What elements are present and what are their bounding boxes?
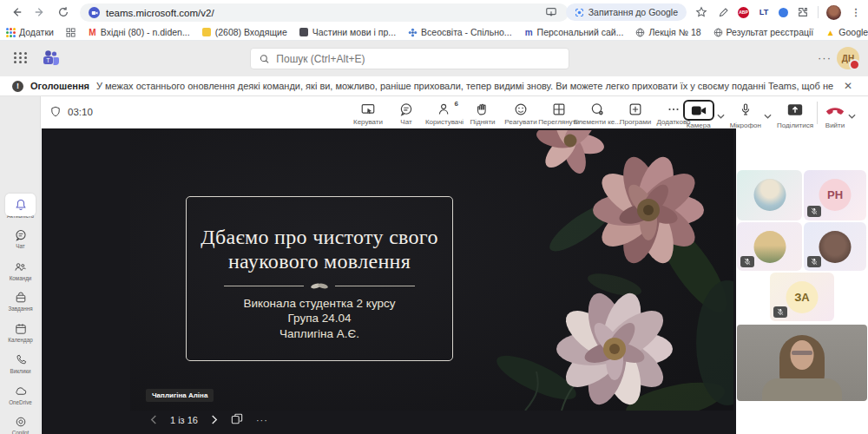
teams-header-more-icon[interactable]: ··· <box>818 51 832 64</box>
bookmark-grid-button[interactable] <box>60 28 82 37</box>
google-lens-icon <box>575 8 584 17</box>
bookmark-registration[interactable]: Результат реєстрації <box>707 27 820 37</box>
mic-muted-badge <box>807 206 821 217</box>
participant-tile[interactable]: РН <box>804 170 866 220</box>
bookmark-mail[interactable]: (2608) Входящие <box>196 27 293 37</box>
previous-slide-icon[interactable] <box>150 412 157 428</box>
apps-button[interactable]: Програми <box>616 98 654 126</box>
waffle-menu-icon[interactable] <box>14 52 28 63</box>
pencil-extension-icon[interactable] <box>716 5 730 19</box>
banner-close-icon[interactable]: ✕ <box>840 80 856 92</box>
send-to-device-icon[interactable] <box>544 5 558 19</box>
participants-button[interactable]: 6 Користувачі <box>425 98 464 126</box>
chat-bubble-icon <box>398 102 414 117</box>
globe-icon <box>635 28 645 37</box>
browser-menu-icon[interactable]: ⋮ <box>849 5 863 19</box>
private-view-icon[interactable] <box>231 412 243 428</box>
meeting-stage: Дбаємо про чистоту свого наукового мовле… <box>42 128 736 434</box>
adblock-extension-icon[interactable]: ABP <box>738 7 749 18</box>
m-blue-icon: m <box>524 28 534 37</box>
view-button[interactable]: Переглянути <box>540 98 578 126</box>
languagetool-extension-icon[interactable]: LT <box>757 5 771 19</box>
sidebar-item-teams[interactable]: Команди <box>0 260 41 281</box>
participant-tile[interactable]: ЗА <box>770 273 834 321</box>
manage-button[interactable]: Керувати <box>349 98 387 126</box>
bookmark-star-icon[interactable] <box>694 5 708 19</box>
participant-count-badge: 6 <box>455 100 458 108</box>
hang-up-icon <box>825 104 845 115</box>
share-button[interactable]: Поділитися <box>777 98 813 129</box>
sidebar-item-chat[interactable]: Чат <box>0 227 41 249</box>
url-text: teams.microsoft.com/v2/ <box>106 8 214 18</box>
teams-profile-avatar[interactable]: ДН <box>837 47 859 69</box>
blue-extension-icon[interactable] <box>779 8 788 17</box>
bookmark-classroom[interactable]: ▲Google Classroom:... <box>819 27 868 37</box>
google-search-pill[interactable]: Запитання до Google <box>566 3 687 21</box>
camera-button[interactable]: Камера <box>683 98 714 129</box>
slide-position: 1 із 16 <box>170 415 198 425</box>
megaphone-icon: ! <box>12 81 23 92</box>
bookmark-vseosvita[interactable]: Всеосвіта - Спільно... <box>402 27 518 37</box>
forward-icon[interactable] <box>33 5 47 19</box>
participant-photo-avatar <box>819 231 852 263</box>
sidebar-item-calls[interactable]: Виклики <box>0 352 41 374</box>
raise-hand-button[interactable]: Підняти <box>464 98 502 126</box>
address-bar[interactable]: teams.microsoft.com/v2/ <box>80 3 569 22</box>
blue-flower-icon <box>408 28 418 37</box>
globe-icon <box>713 28 723 37</box>
sidebar-item-onedrive[interactable]: OneDrive <box>0 384 41 405</box>
control-elements-button[interactable]: Елементи ке... <box>578 98 616 126</box>
back-icon[interactable] <box>10 5 23 19</box>
participant-tile[interactable] <box>737 222 802 271</box>
mic-muted-badge <box>807 256 821 267</box>
extensions-puzzle-icon[interactable] <box>796 5 810 19</box>
participant-tile[interactable] <box>804 222 866 271</box>
next-slide-icon[interactable] <box>211 412 218 428</box>
person-icon: 6 <box>437 102 452 117</box>
participant-initials-avatar: РН <box>819 179 852 211</box>
sidebar-item-copilot[interactable]: Copilot <box>0 414 41 434</box>
browser-profile-avatar[interactable] <box>826 5 841 20</box>
chat-button[interactable]: Чат <box>387 98 425 126</box>
participants-panel: РН ЗА <box>736 128 868 434</box>
ornament-divider <box>224 282 415 290</box>
glasses <box>792 351 812 355</box>
bookmark-gmail[interactable]: MВхідні (80) - n.diden... <box>82 27 196 37</box>
banner-text: У межах останнього оновлення деякі коман… <box>96 81 833 91</box>
teams-logo-icon: T <box>42 49 61 70</box>
react-button[interactable]: Реагувати <box>502 98 540 126</box>
sidebar-item-activity[interactable]: Активність <box>0 197 41 219</box>
leave-button[interactable]: Вийти <box>825 98 845 129</box>
mic-chevron-icon[interactable] <box>764 107 772 122</box>
bookmark-doc[interactable]: Частини мови і пр... <box>293 27 402 37</box>
participant-tile[interactable] <box>737 170 802 220</box>
shared-presentation-slide: Дбаємо про чистоту свого наукового мовле… <box>130 130 733 411</box>
device-controls: Камера Мікрофон Поділитися Вийти <box>683 98 861 129</box>
leaf-ornament-icon <box>309 282 330 290</box>
leave-chevron-icon[interactable] <box>848 107 856 122</box>
meeting-timer: 03:10 <box>49 105 93 118</box>
teams-search-box[interactable] <box>250 48 569 69</box>
camera-chevron-icon[interactable] <box>717 107 725 122</box>
bookmark-personal-site[interactable]: mПерсональний сай... <box>518 27 630 37</box>
webcam-video-tile[interactable] <box>737 325 867 401</box>
teams-search-input[interactable] <box>276 53 560 65</box>
refresh-icon[interactable] <box>56 5 70 19</box>
bell-icon <box>14 197 28 212</box>
mic-muted-badge <box>740 256 754 267</box>
gmail-icon: M <box>88 28 97 37</box>
mic-button[interactable]: Мікрофон <box>730 98 761 129</box>
bookmark-lecture[interactable]: Лекція № 18 <box>629 27 707 37</box>
announcement-banner: ! Оголошення У межах останнього оновленн… <box>0 76 868 96</box>
camera-icon <box>691 105 707 116</box>
presenter-name-tag: Чаплигіна Аліна <box>146 389 214 402</box>
chat-bubble-icon <box>14 227 28 242</box>
bookmark-apps[interactable]: Додатки <box>0 27 60 37</box>
sidebar-item-assignments[interactable]: Завдання <box>0 290 41 312</box>
slide-nav-more-icon[interactable]: ··· <box>256 415 268 425</box>
browser-actions: Запитання до Google ABP LT ⋮ <box>544 3 863 22</box>
screen-control-icon <box>360 102 376 117</box>
mic-muted-badge <box>773 306 787 318</box>
sidebar-item-calendar[interactable]: Календар <box>0 321 41 343</box>
assignments-bag-icon <box>14 290 28 305</box>
